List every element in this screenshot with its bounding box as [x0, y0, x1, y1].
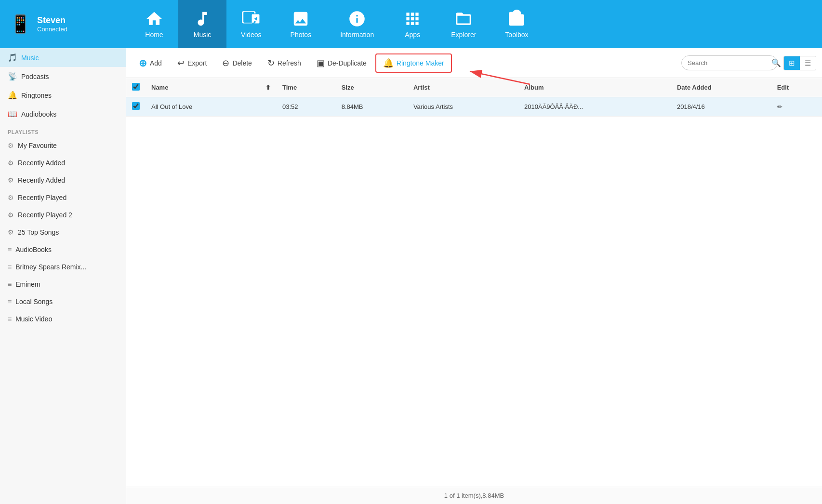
sidebar-playlist-recentlyadded1[interactable]: ⚙ Recently Added: [0, 154, 126, 172]
deduplicate-button[interactable]: ▣ De-Duplicate: [310, 54, 373, 72]
gear-icon-3: ⚙: [8, 176, 14, 184]
sidebar-item-music[interactable]: 🎵 Music: [0, 48, 126, 67]
nav-apps-label: Apps: [405, 31, 420, 39]
sidebar-audiobooks-label: Audiobooks: [21, 110, 56, 118]
sidebar-playlist-musicvideo[interactable]: ≡ Music Video: [0, 310, 126, 328]
nav-item-apps[interactable]: Apps: [388, 0, 437, 48]
ringtone-icon: 🔔: [383, 58, 394, 68]
ringtone-label: Ringtone Maker: [397, 59, 444, 67]
grid-view-button[interactable]: ⊞: [784, 56, 800, 70]
device-icon: 📱: [10, 14, 31, 34]
sidebar-music-label: Music: [21, 54, 39, 62]
deduplicate-label: De-Duplicate: [328, 59, 367, 67]
sidebar-item-ringtones[interactable]: 🔔 Ringtones: [0, 86, 126, 105]
nav-item-home[interactable]: Home: [130, 0, 178, 48]
ringtone-icon: 🔔: [8, 91, 17, 100]
refresh-icon: ↻: [267, 58, 275, 68]
nav-toolbox-label: Toolbox: [505, 31, 528, 39]
nav-music-label: Music: [194, 31, 212, 39]
deduplicate-icon: ▣: [317, 58, 325, 68]
playlist-label-2: Recently Added: [18, 159, 65, 167]
playlist-label-9: Eminem: [15, 280, 40, 288]
refresh-button[interactable]: ↻ Refresh: [261, 54, 308, 72]
row-album: 2010ÄÃ9ÔÂÂ·ÂÄÐ...: [518, 97, 671, 117]
device-status: Connected: [37, 26, 67, 33]
row-sort-cell: [260, 97, 277, 117]
ringtone-maker-button[interactable]: 🔔 Ringtone Maker: [375, 53, 452, 73]
view-toggle: ⊞ ☰: [783, 56, 816, 70]
sidebar-playlist-myfavourite[interactable]: ⚙ My Favourite: [0, 137, 126, 154]
delete-label: Delete: [232, 59, 252, 67]
row-time: 03:52: [277, 97, 336, 117]
playlist-label-1: My Favourite: [18, 142, 57, 149]
nav-information-label: Information: [340, 31, 374, 39]
nav-item-toolbox[interactable]: Toolbox: [491, 0, 543, 48]
playlists-section-label: PLAYLISTS: [0, 123, 126, 137]
table-container: Name ⬆ Time Size Artist Album Date Added…: [126, 78, 822, 487]
row-checkbox[interactable]: [132, 102, 140, 110]
export-icon: ↩: [177, 58, 185, 68]
gear-icon-5: ⚙: [8, 211, 14, 219]
device-text: Steven Connected: [37, 15, 67, 33]
add-button[interactable]: ⊕ Add: [132, 54, 169, 72]
gear-icon-4: ⚙: [8, 194, 14, 201]
sidebar-playlist-recentlyplayed[interactable]: ⚙ Recently Played: [0, 189, 126, 206]
select-all-checkbox[interactable]: [132, 83, 140, 91]
sidebar-playlist-eminem[interactable]: ≡ Eminem: [0, 276, 126, 293]
playlist-label-7: AudioBooks: [15, 246, 52, 253]
col-date-added: Date Added: [671, 78, 771, 97]
playlist-label-5: Recently Played 2: [18, 211, 72, 219]
nav-item-information[interactable]: Information: [326, 0, 388, 48]
sidebar-playlist-25topsongs[interactable]: ⚙ 25 Top Songs: [0, 224, 126, 241]
table-header-row: Name ⬆ Time Size Artist Album Date Added…: [126, 78, 822, 97]
list-view-button[interactable]: ☰: [800, 56, 816, 70]
sidebar-item-audiobooks[interactable]: 📖 Audiobooks: [0, 105, 126, 123]
nav-item-explorer[interactable]: Explorer: [437, 0, 491, 48]
search-input[interactable]: [688, 59, 769, 66]
sidebar-playlist-localsongs[interactable]: ≡ Local Songs: [0, 293, 126, 310]
playlist-label-10: Local Songs: [15, 298, 53, 305]
sidebar-item-podcasts[interactable]: 📡 Podcasts: [0, 67, 126, 86]
sidebar-ringtones-label: Ringtones: [21, 92, 52, 99]
playlist-label-3: Recently Added: [18, 176, 65, 184]
main-layout: 🎵 Music 📡 Podcasts 🔔 Ringtones 📖 Audiobo…: [0, 48, 822, 504]
row-checkbox-cell: [126, 97, 146, 117]
gear-icon-6: ⚙: [8, 228, 14, 236]
nav-photos-label: Photos: [291, 31, 312, 39]
playlist-label-6: 25 Top Songs: [18, 228, 59, 236]
music-table: Name ⬆ Time Size Artist Album Date Added…: [126, 78, 822, 117]
gear-icon-1: ⚙: [8, 142, 14, 149]
nav-items: Home Music Videos Photos Information App…: [130, 0, 822, 48]
nav-item-photos[interactable]: Photos: [276, 0, 326, 48]
music-note-icon: 🎵: [8, 53, 17, 62]
status-bar: 1 of 1 item(s),8.84MB: [126, 487, 822, 504]
top-nav: 📱 Steven Connected Home Music Videos Pho…: [0, 0, 822, 48]
nav-item-music[interactable]: Music: [178, 0, 226, 48]
list-icon-3: ≡: [8, 280, 12, 288]
row-edit-cell[interactable]: ✏: [771, 97, 822, 117]
sidebar-playlist-recentlyadded2[interactable]: ⚙ Recently Added: [0, 172, 126, 189]
table-row: All Out of Love 03:52 8.84MB Various Art…: [126, 97, 822, 117]
device-name: Steven: [37, 15, 67, 26]
col-time: Time: [277, 78, 336, 97]
podcast-icon: 📡: [8, 72, 17, 81]
sidebar-playlist-audiobooks[interactable]: ≡ AudioBooks: [0, 241, 126, 258]
list-icon-2: ≡: [8, 263, 12, 271]
playlist-label-11: Music Video: [15, 315, 52, 323]
audiobook-icon: 📖: [8, 109, 17, 119]
col-sort: ⬆: [260, 78, 277, 97]
col-edit: Edit: [771, 78, 822, 97]
list-icon-4: ≡: [8, 298, 12, 305]
export-button[interactable]: ↩ Export: [171, 54, 213, 72]
sidebar-playlist-recentlyplayed2[interactable]: ⚙ Recently Played 2: [0, 206, 126, 224]
list-icon-1: ≡: [8, 246, 12, 253]
col-checkbox: [126, 78, 146, 97]
nav-item-videos[interactable]: Videos: [226, 0, 276, 48]
sidebar: 🎵 Music 📡 Podcasts 🔔 Ringtones 📖 Audiobo…: [0, 48, 126, 504]
sidebar-playlist-britneyspears[interactable]: ≡ Britney Spears Remix...: [0, 258, 126, 276]
col-album: Album: [518, 78, 671, 97]
gear-icon-2: ⚙: [8, 159, 14, 167]
add-label: Add: [150, 59, 162, 67]
playlist-label-8: Britney Spears Remix...: [15, 263, 86, 271]
delete-button[interactable]: ⊖ Delete: [215, 54, 258, 72]
